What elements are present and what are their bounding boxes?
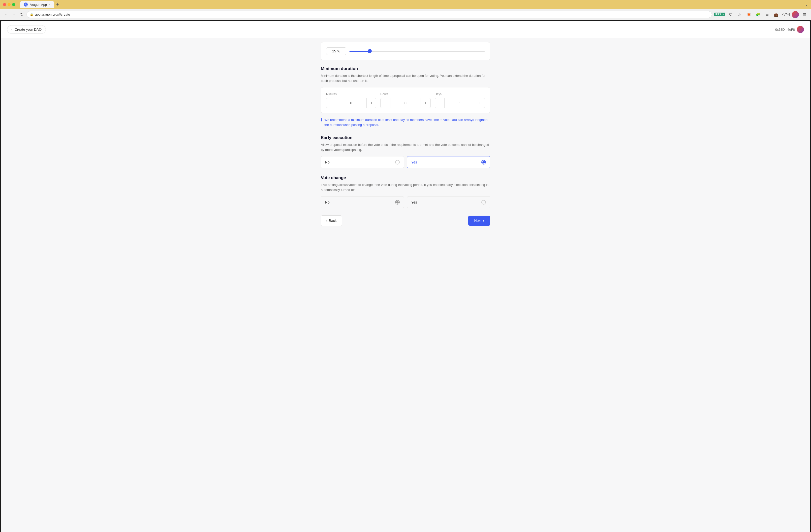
main-content: 15 % Minimum duration Minimum duration i…: [315, 38, 496, 236]
back-nav-button[interactable]: ←: [3, 11, 9, 18]
create-dao-back-button[interactable]: ‹ Create your DAO: [7, 25, 46, 34]
hours-value: 0: [391, 98, 421, 108]
days-field: Days − 1 +: [435, 92, 485, 108]
early-execution-options: No Yes: [321, 156, 490, 168]
minutes-increment-button[interactable]: +: [366, 98, 376, 108]
early-execution-no-option[interactable]: No: [321, 156, 404, 168]
tab-title: Aragon App: [30, 3, 47, 6]
maximize-button[interactable]: [12, 3, 15, 6]
menu-icon[interactable]: ☰: [801, 12, 808, 17]
new-tab-button[interactable]: +: [56, 2, 59, 7]
early-execution-yes-label: Yes: [411, 160, 417, 164]
reload-button[interactable]: ↻: [19, 11, 25, 18]
early-execution-no-label: No: [325, 160, 330, 164]
slider-thumb[interactable]: [368, 49, 372, 53]
days-value: 1: [445, 98, 475, 108]
forward-nav-button[interactable]: →: [11, 11, 17, 18]
vpn-label: • VPN: [782, 13, 790, 16]
days-increment-button[interactable]: +: [475, 98, 485, 108]
minimize-button[interactable]: [7, 3, 11, 6]
vote-change-yes-radio[interactable]: [481, 200, 486, 205]
url-text: app.aragon.org/#/create: [35, 13, 70, 16]
traffic-lights: [3, 3, 15, 6]
warning-icon: ⚠: [736, 12, 744, 17]
early-execution-description: Allow proposal execution before the vote…: [321, 142, 490, 152]
minutes-decrement-button[interactable]: −: [326, 98, 336, 108]
user-avatar[interactable]: [792, 11, 799, 18]
vote-change-no-label: No: [325, 200, 330, 204]
ipfs-label: IPFS: [716, 13, 721, 16]
tab-bar: A Aragon App × +: [20, 1, 803, 8]
vote-change-yes-label: Yes: [411, 200, 417, 204]
hours-increment-button[interactable]: +: [420, 98, 430, 108]
days-label: Days: [435, 92, 485, 96]
address-bar[interactable]: 🔒 app.aragon.org/#/create: [27, 11, 712, 18]
slider-section: 15 %: [321, 42, 490, 60]
early-execution-section: Early execution Allow proposal execution…: [321, 135, 490, 168]
early-execution-yes-radio[interactable]: [481, 160, 486, 165]
close-button[interactable]: [3, 3, 6, 6]
minutes-label: Minutes: [326, 92, 376, 96]
window-controls: ⌄: [805, 2, 808, 6]
wallet-icon[interactable]: 💼: [773, 12, 780, 17]
vote-change-section: Vote change This setting allows voters t…: [321, 175, 490, 208]
early-execution-yes-option[interactable]: Yes: [407, 156, 490, 168]
vote-change-options: No Yes: [321, 196, 490, 208]
browser-frame: A Aragon App × + ⌄ ← → ↻ 🔒 app.aragon.or…: [0, 0, 811, 532]
duration-card: Minutes − 0 + Hours: [321, 87, 490, 113]
early-execution-title: Early execution: [321, 135, 490, 140]
sidebar-icon[interactable]: ▭: [764, 12, 771, 17]
vote-change-no-option[interactable]: No: [321, 196, 404, 208]
vote-change-no-radio[interactable]: [395, 200, 400, 205]
minutes-field: Minutes − 0 +: [326, 92, 376, 108]
wallet-address-display: 0x58D...4eF8: [775, 26, 804, 33]
duration-info-box: ℹ We recommend a minimum duration of at …: [321, 116, 490, 128]
early-execution-no-radio[interactable]: [395, 160, 400, 165]
extension-icon[interactable]: 🧩: [754, 12, 762, 17]
lock-icon: 🔒: [30, 13, 33, 16]
fox-icon[interactable]: 🦊: [746, 12, 752, 17]
app-wrapper: ‹ Create your DAO 0x58D...4eF8 15 %: [1, 21, 810, 532]
back-button-icon: ‹: [326, 219, 327, 223]
hours-decrement-button[interactable]: −: [381, 98, 390, 108]
minimum-duration-description: Minimum duration is the shortest length …: [321, 73, 490, 83]
bottom-navigation: ‹ Back Next ›: [321, 215, 490, 226]
shield-icon[interactable]: 🛡: [727, 12, 734, 17]
slider-value-input[interactable]: 15 %: [326, 47, 346, 55]
next-button-label: Next: [474, 219, 481, 223]
slider-track[interactable]: [349, 51, 485, 52]
create-dao-label: Create your DAO: [15, 28, 42, 31]
next-button-icon: ›: [483, 219, 484, 223]
minutes-value: 0: [336, 98, 366, 108]
back-button[interactable]: ‹ Back: [321, 215, 342, 226]
back-chevron-icon: ‹: [11, 28, 13, 31]
browser-titlebar: A Aragon App × + ⌄: [0, 0, 811, 9]
vote-change-title: Vote change: [321, 175, 490, 181]
app-header: ‹ Create your DAO 0x58D...4eF8: [1, 21, 810, 38]
vote-change-yes-option[interactable]: Yes: [407, 196, 490, 208]
slider-fill: [349, 51, 370, 52]
duration-info-text: We recommend a minimum duration of at le…: [324, 118, 490, 127]
minutes-stepper: − 0 +: [326, 98, 376, 108]
wallet-avatar: [797, 26, 804, 33]
back-button-label: Back: [329, 219, 337, 223]
minimum-duration-section: Minimum duration Minimum duration is the…: [321, 66, 490, 128]
tab-favicon: A: [24, 2, 28, 6]
minimum-duration-title: Minimum duration: [321, 66, 490, 71]
duration-row: Minutes − 0 + Hours: [326, 92, 485, 108]
ipfs-badge: IPFS ↗: [714, 13, 725, 16]
active-tab[interactable]: A Aragon App ×: [20, 1, 54, 8]
next-button[interactable]: Next ›: [468, 216, 490, 226]
days-stepper: − 1 +: [435, 98, 485, 108]
ipfs-link-icon: ↗: [722, 13, 724, 16]
days-decrement-button[interactable]: −: [435, 98, 445, 108]
toolbar-icons: IPFS ↗ 🛡 ⚠ 🦊 🧩 ▭ 💼 • VPN ☰: [714, 11, 808, 18]
hours-label: Hours: [380, 92, 430, 96]
browser-content: ‹ Create your DAO 0x58D...4eF8 15 %: [1, 21, 810, 532]
wallet-address-text: 0x58D...4eF8: [775, 28, 795, 31]
tab-close-button[interactable]: ×: [49, 3, 51, 6]
info-icon: ℹ: [321, 118, 322, 122]
hours-stepper: − 0 +: [380, 98, 430, 108]
browser-toolbar: ← → ↻ 🔒 app.aragon.org/#/create IPFS ↗ 🛡…: [0, 9, 811, 20]
vote-change-description: This setting allows voters to change the…: [321, 182, 490, 192]
